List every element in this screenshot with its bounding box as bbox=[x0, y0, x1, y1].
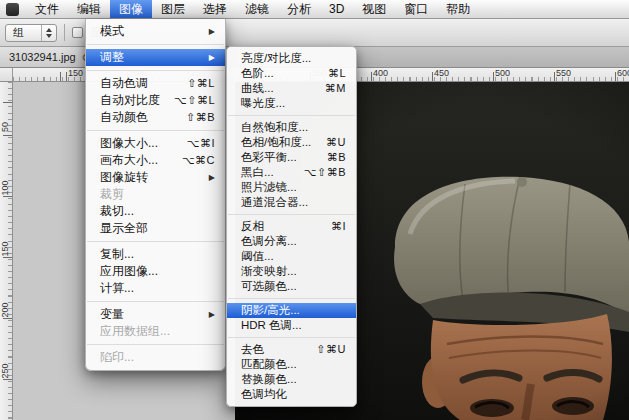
menu-item[interactable]: 复制... bbox=[86, 246, 225, 263]
ruler-number: 500 bbox=[495, 68, 510, 78]
menu-item[interactable]: 自动色调⇧⌘L bbox=[86, 75, 225, 92]
menu-item-label: 自动颜色 bbox=[100, 109, 148, 126]
ruler-number: 100 bbox=[0, 178, 10, 198]
app-icon[interactable] bbox=[6, 3, 19, 16]
menu-item[interactable]: 亮度/对比度... bbox=[227, 51, 356, 66]
menu-item[interactable]: 变量▶ bbox=[86, 306, 225, 323]
menu-item-label: 色调均化 bbox=[241, 387, 287, 402]
menu-item-shortcut: ⌘B bbox=[327, 151, 346, 164]
menu-item-label: 应用数据组... bbox=[100, 323, 170, 340]
menu-item[interactable]: 通道混合器... bbox=[227, 195, 356, 210]
menu-item-label: 色阶... bbox=[241, 66, 274, 81]
menu-item[interactable]: 黑白...⌥⇧⌘B bbox=[227, 165, 356, 180]
menubar-item[interactable]: 窗口 bbox=[395, 0, 437, 18]
menu-item[interactable]: 色阶...⌘L bbox=[227, 66, 356, 81]
ruler-corner bbox=[0, 68, 13, 82]
show-transform-checkbox[interactable] bbox=[72, 27, 83, 38]
menu-item-label: 图像旋转 bbox=[100, 169, 148, 186]
menu-item[interactable]: 照片滤镜... bbox=[227, 180, 356, 195]
menu-item-shortcut: ⌥⇧⌘B bbox=[304, 166, 346, 179]
menu-item-label: 画布大小... bbox=[100, 152, 158, 169]
menu-item[interactable]: 模式▶ bbox=[86, 23, 225, 40]
menu-item[interactable]: 可选颜色... bbox=[227, 279, 356, 294]
ruler-number: 600 bbox=[617, 68, 629, 78]
menu-separator bbox=[228, 337, 355, 338]
menubar-item[interactable]: 选择 bbox=[194, 0, 236, 18]
menu-item[interactable]: 色彩平衡...⌘B bbox=[227, 150, 356, 165]
menu-item[interactable]: HDR 色调... bbox=[227, 318, 356, 333]
menu-bar: 文件编辑图像图层选择滤镜分析3D视图窗口帮助 bbox=[0, 0, 629, 19]
menu-item[interactable]: 反相⌘I bbox=[227, 219, 356, 234]
menu-item[interactable]: 色相/饱和度...⌘U bbox=[227, 135, 356, 150]
menu-item[interactable]: 替换颜色... bbox=[227, 372, 356, 387]
menu-separator bbox=[87, 130, 224, 131]
menubar-item[interactable]: 3D bbox=[320, 0, 353, 18]
menu-item-label: 曲线... bbox=[241, 81, 274, 96]
ruler-number: 250 bbox=[0, 361, 10, 381]
menu-item[interactable]: 自然饱和度... bbox=[227, 120, 356, 135]
menu-item[interactable]: 色调均化 bbox=[227, 387, 356, 402]
menu-item-label: 阴影/高光... bbox=[241, 303, 300, 318]
menu-item-shortcut: ⌘U bbox=[326, 136, 346, 149]
menu-item-label: 陷印... bbox=[100, 349, 134, 366]
menu-item[interactable]: 匹配颜色... bbox=[227, 357, 356, 372]
menu-separator bbox=[228, 115, 355, 116]
menu-item[interactable]: 曝光度... bbox=[227, 96, 356, 111]
menu-item[interactable]: 曲线...⌘M bbox=[227, 81, 356, 96]
menu-item-label: 计算... bbox=[100, 280, 134, 297]
ruler-number: 150 bbox=[68, 68, 83, 78]
menu-item[interactable]: 计算... bbox=[86, 280, 225, 297]
menu-item[interactable]: 画布大小...⌥⌘C bbox=[86, 152, 225, 169]
options-divider bbox=[64, 24, 65, 41]
menu-item[interactable]: 阴影/高光... bbox=[227, 303, 356, 318]
menu-item[interactable]: 阈值... bbox=[227, 249, 356, 264]
image-menu: 模式▶调整▶自动色调⇧⌘L自动对比度⌥⇧⌘L自动颜色⇧⌘B图像大小...⌥⌘I画… bbox=[85, 19, 226, 371]
menu-item[interactable]: 显示全部 bbox=[86, 220, 225, 237]
ruler-number: 550 bbox=[556, 68, 571, 78]
menu-item[interactable]: 图像大小...⌥⌘I bbox=[86, 135, 225, 152]
submenu-arrow-icon: ▶ bbox=[209, 53, 215, 62]
menu-item-label: 色相/饱和度... bbox=[241, 135, 311, 150]
menu-item[interactable]: 自动颜色⇧⌘B bbox=[86, 109, 225, 126]
submenu-arrow-icon: ▶ bbox=[209, 310, 215, 319]
menu-item[interactable]: 裁切... bbox=[86, 203, 225, 220]
menubar-item[interactable]: 图像 bbox=[110, 0, 152, 18]
menu-item[interactable]: 图像旋转▶ bbox=[86, 169, 225, 186]
menu-item-label: 亮度/对比度... bbox=[241, 51, 311, 66]
submenu-arrow-icon: ▶ bbox=[209, 27, 215, 36]
menu-item-shortcut: ⇧⌘L bbox=[187, 77, 215, 90]
menubar-item[interactable]: 帮助 bbox=[437, 0, 479, 18]
menu-item-shortcut: ⌘L bbox=[328, 67, 346, 80]
menubar-item[interactable]: 文件 bbox=[26, 0, 68, 18]
menu-item-label: 色调分离... bbox=[241, 234, 297, 249]
menu-item-label: 匹配颜色... bbox=[241, 357, 297, 372]
menu-item[interactable]: 色调分离... bbox=[227, 234, 356, 249]
dropdown-stepper-icon[interactable] bbox=[41, 25, 56, 41]
menubar-item[interactable]: 视图 bbox=[353, 0, 395, 18]
menubar-item[interactable]: 分析 bbox=[278, 0, 320, 18]
menu-item-label: 裁剪 bbox=[100, 186, 124, 203]
menu-item[interactable]: 自动对比度⌥⇧⌘L bbox=[86, 92, 225, 109]
menu-item[interactable]: 去色⇧⌘U bbox=[227, 342, 356, 357]
adjustments-submenu: 亮度/对比度...色阶...⌘L曲线...⌘M曝光度...自然饱和度...色相/… bbox=[226, 46, 357, 407]
menu-item-label: 模式 bbox=[100, 23, 124, 40]
menubar-item[interactable]: 滤镜 bbox=[236, 0, 278, 18]
document-tab-title: 31032941.jpg bbox=[9, 51, 76, 63]
menu-separator bbox=[87, 44, 224, 45]
menu-item-label: 自然饱和度... bbox=[241, 120, 308, 135]
menubar-item[interactable]: 图层 bbox=[152, 0, 194, 18]
menu-item: 应用数据组... bbox=[86, 323, 225, 340]
menu-item[interactable]: 应用图像... bbox=[86, 263, 225, 280]
menu-item-shortcut: ⌥⌘I bbox=[187, 137, 215, 150]
menu-item[interactable]: 调整▶ bbox=[86, 49, 225, 66]
menu-item-label: 反相 bbox=[241, 219, 264, 234]
menu-item-shortcut: ⇧⌘U bbox=[316, 343, 346, 356]
menubar-item[interactable]: 编辑 bbox=[68, 0, 110, 18]
menu-item-label: 曝光度... bbox=[241, 96, 285, 111]
menu-separator bbox=[87, 70, 224, 71]
auto-select-group-dropdown[interactable]: 组 bbox=[5, 24, 57, 42]
vertical-ruler[interactable]: 50100150200250 bbox=[0, 82, 13, 420]
ruler-number: 450 bbox=[434, 68, 449, 78]
menu-item[interactable]: 渐变映射... bbox=[227, 264, 356, 279]
menu-separator bbox=[87, 344, 224, 345]
